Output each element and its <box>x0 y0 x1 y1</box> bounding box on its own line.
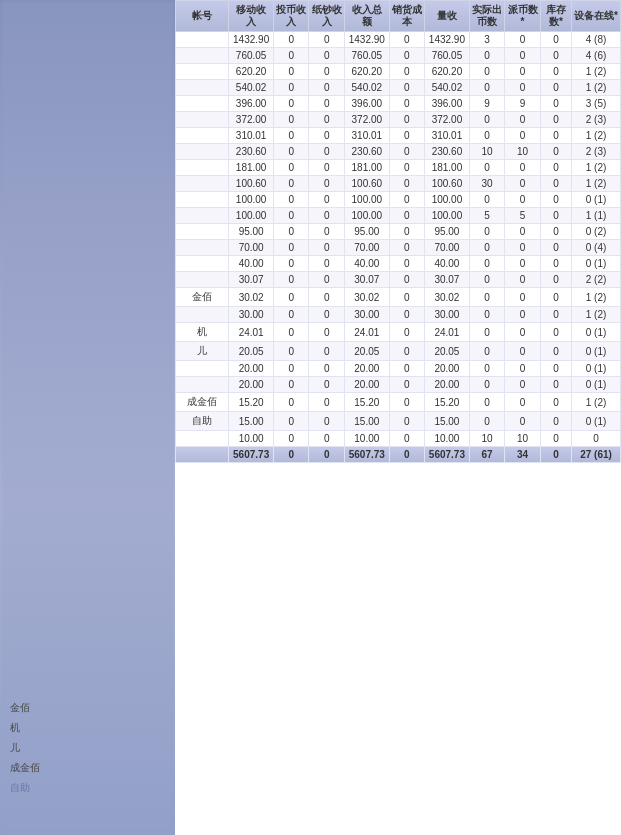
cell-account <box>176 128 229 144</box>
cell-actual_coins: 0 <box>469 64 505 80</box>
cell-issued_coins: 0 <box>505 256 541 272</box>
cell-account <box>176 176 229 192</box>
cell-issued_coins: 0 <box>505 272 541 288</box>
cell-actual_coins: 0 <box>469 307 505 323</box>
cell-mobile_income: 100.60 <box>229 176 274 192</box>
cell-mobile_income: 20.05 <box>229 342 274 361</box>
cell-account <box>176 80 229 96</box>
col-header-issued: 派币数* <box>505 1 541 32</box>
cell-paper_income: 0 <box>309 256 345 272</box>
table-row: 30.000030.00030.000001 (2) <box>176 307 621 323</box>
cell-total_amount: 15.20 <box>345 393 390 412</box>
cell-account <box>176 96 229 112</box>
cell-stock: 0 <box>540 144 571 160</box>
cell-account <box>176 240 229 256</box>
cell-sales_cost: 0 <box>389 342 425 361</box>
cell-coin_income: 0 <box>273 112 309 128</box>
table-row: 金佰30.020030.02030.020001 (2) <box>176 288 621 307</box>
cell-sales: 540.02 <box>425 80 470 96</box>
sidebar-label-2: 机 <box>10 721 20 735</box>
cell-device_online: 2 (3) <box>572 144 621 160</box>
cell-sales: 372.00 <box>425 112 470 128</box>
sidebar: 金佰 机 儿 成金佰 自助 <box>0 0 175 835</box>
cell-total_amount: 181.00 <box>345 160 390 176</box>
cell-mobile_income: 230.60 <box>229 144 274 160</box>
cell-total_amount: 30.00 <box>345 307 390 323</box>
col-header-device: 设备在线* <box>572 1 621 32</box>
cell-total_amount: 100.00 <box>345 208 390 224</box>
cell-sales_cost: 0 <box>389 431 425 447</box>
cell-sales_cost: 0 <box>389 48 425 64</box>
totals-device_online: 27 (61) <box>572 447 621 463</box>
cell-sales: 20.00 <box>425 377 470 393</box>
cell-paper_income: 0 <box>309 272 345 288</box>
cell-mobile_income: 95.00 <box>229 224 274 240</box>
cell-actual_coins: 0 <box>469 377 505 393</box>
cell-device_online: 1 (2) <box>572 176 621 192</box>
cell-stock: 0 <box>540 80 571 96</box>
cell-sales: 20.00 <box>425 361 470 377</box>
cell-account <box>176 144 229 160</box>
cell-mobile_income: 372.00 <box>229 112 274 128</box>
col-header-total: 收入总额 <box>345 1 390 32</box>
cell-mobile_income: 100.00 <box>229 192 274 208</box>
cell-account <box>176 192 229 208</box>
cell-sales: 760.05 <box>425 48 470 64</box>
cell-account <box>176 256 229 272</box>
cell-account <box>176 307 229 323</box>
cell-sales: 95.00 <box>425 224 470 240</box>
cell-sales: 30.00 <box>425 307 470 323</box>
cell-sales: 1432.90 <box>425 32 470 48</box>
cell-issued_coins: 0 <box>505 307 541 323</box>
cell-total_amount: 20.00 <box>345 361 390 377</box>
cell-sales_cost: 0 <box>389 288 425 307</box>
cell-paper_income: 0 <box>309 412 345 431</box>
cell-stock: 0 <box>540 377 571 393</box>
table-row: 10.000010.00010.00101000 <box>176 431 621 447</box>
cell-issued_coins: 0 <box>505 176 541 192</box>
cell-mobile_income: 540.02 <box>229 80 274 96</box>
table-row: 70.000070.00070.000000 (4) <box>176 240 621 256</box>
cell-actual_coins: 0 <box>469 160 505 176</box>
cell-issued_coins: 0 <box>505 160 541 176</box>
table-row: 100.0000100.000100.005501 (1) <box>176 208 621 224</box>
cell-sales: 24.01 <box>425 323 470 342</box>
cell-account <box>176 377 229 393</box>
cell-total_amount: 15.00 <box>345 412 390 431</box>
cell-paper_income: 0 <box>309 144 345 160</box>
cell-mobile_income: 30.00 <box>229 307 274 323</box>
data-table: 帐号 移动收入 投币收入 纸钞收入 收入总额 销货成本 量收 实际出币数 派币数… <box>175 0 621 463</box>
cell-sales_cost: 0 <box>389 208 425 224</box>
cell-issued_coins: 0 <box>505 224 541 240</box>
cell-paper_income: 0 <box>309 307 345 323</box>
cell-sales: 620.20 <box>425 64 470 80</box>
col-header-actual: 实际出币数 <box>469 1 505 32</box>
cell-total_amount: 396.00 <box>345 96 390 112</box>
cell-sales: 100.00 <box>425 208 470 224</box>
totals-sales: 5607.73 <box>425 447 470 463</box>
totals-sales_cost: 0 <box>389 447 425 463</box>
cell-device_online: 4 (6) <box>572 48 621 64</box>
cell-stock: 0 <box>540 112 571 128</box>
cell-coin_income: 0 <box>273 431 309 447</box>
cell-paper_income: 0 <box>309 192 345 208</box>
cell-coin_income: 0 <box>273 48 309 64</box>
cell-account <box>176 361 229 377</box>
cell-paper_income: 0 <box>309 80 345 96</box>
cell-actual_coins: 0 <box>469 240 505 256</box>
cell-device_online: 1 (2) <box>572 64 621 80</box>
cell-sales: 30.02 <box>425 288 470 307</box>
cell-sales_cost: 0 <box>389 323 425 342</box>
cell-total_amount: 30.02 <box>345 288 390 307</box>
table-row: 1432.90001432.9001432.903004 (8) <box>176 32 621 48</box>
cell-device_online: 1 (2) <box>572 80 621 96</box>
cell-sales_cost: 0 <box>389 224 425 240</box>
cell-paper_income: 0 <box>309 96 345 112</box>
cell-issued_coins: 0 <box>505 288 541 307</box>
cell-stock: 0 <box>540 307 571 323</box>
cell-sales_cost: 0 <box>389 393 425 412</box>
cell-account <box>176 272 229 288</box>
cell-issued_coins: 5 <box>505 208 541 224</box>
cell-mobile_income: 40.00 <box>229 256 274 272</box>
cell-mobile_income: 70.00 <box>229 240 274 256</box>
